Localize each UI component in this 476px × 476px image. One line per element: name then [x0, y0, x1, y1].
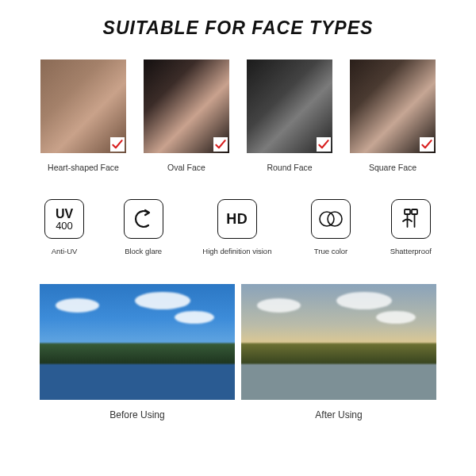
check-icon [420, 137, 434, 152]
compare-after: After Using [241, 284, 436, 420]
feature-anti-uv: UV 400 Anti-UV [44, 199, 84, 255]
feature-label: High definition vision [202, 247, 271, 255]
shatterproof-icon [391, 199, 431, 239]
true-color-icon [311, 199, 351, 239]
hd-icon: HD [217, 199, 257, 239]
face-item-square: Square Face [349, 60, 436, 172]
page-title: SUITABLE FOR FACE TYPES [40, 17, 436, 39]
face-photo [40, 60, 126, 153]
check-icon [213, 137, 228, 152]
before-photo [40, 284, 235, 400]
block-glare-icon [124, 199, 163, 239]
feature-label: Shatterproof [390, 247, 432, 255]
svg-point-0 [320, 212, 334, 226]
face-item-oval: Oval Face [143, 60, 230, 172]
face-label: Round Face [267, 163, 312, 172]
compare-label: Before Using [109, 409, 164, 420]
compare-before: Before Using [40, 284, 235, 420]
face-photo [350, 60, 436, 153]
face-types-row: Heart-shaped Face Oval Face Round Face [40, 60, 436, 172]
check-icon [317, 137, 331, 152]
compare-label: After Using [315, 409, 362, 420]
feature-hd: HD High definition vision [202, 199, 271, 255]
after-photo [241, 284, 436, 400]
feature-label: Block glare [125, 247, 162, 255]
feature-shatterproof: Shatterproof [390, 199, 432, 255]
feature-label: True color [314, 247, 347, 255]
face-item-round: Round Face [246, 60, 333, 172]
face-label: Square Face [369, 163, 416, 172]
feature-true-color: True color [311, 199, 351, 255]
check-icon [110, 137, 125, 152]
svg-point-1 [328, 212, 342, 226]
face-photo [247, 60, 332, 153]
product-info-card: SUITABLE FOR FACE TYPES Heart-shaped Fac… [0, 0, 476, 476]
comparison-row: Before Using After Using [40, 284, 436, 420]
features-row: UV 400 Anti-UV Block glare HD High defin… [40, 199, 436, 255]
feature-block-glare: Block glare [124, 199, 163, 255]
face-label: Heart-shaped Face [48, 163, 119, 172]
face-label: Oval Face [167, 163, 205, 172]
face-item-heart: Heart-shaped Face [40, 60, 127, 172]
feature-label: Anti-UV [52, 247, 78, 255]
face-photo [144, 60, 229, 153]
uv400-icon: UV 400 [44, 199, 84, 239]
